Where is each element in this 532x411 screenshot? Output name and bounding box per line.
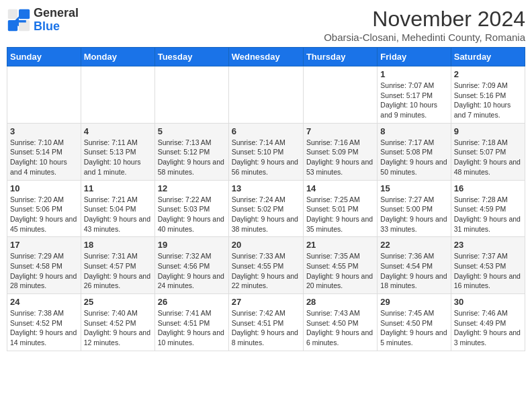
logo: General Blue <box>7 7 79 34</box>
calendar-weekday-header: Thursday <box>303 48 377 66</box>
calendar-cell: 4Sunrise: 7:11 AM Sunset: 5:13 PM Daylig… <box>81 123 154 180</box>
calendar-cell: 20Sunrise: 7:33 AM Sunset: 4:55 PM Dayli… <box>228 237 303 294</box>
day-info: Sunrise: 7:41 AM Sunset: 4:51 PM Dayligh… <box>158 308 226 348</box>
day-number: 27 <box>232 297 300 307</box>
day-number: 3 <box>10 126 78 136</box>
calendar-cell: 2Sunrise: 7:09 AM Sunset: 5:16 PM Daylig… <box>451 66 525 124</box>
day-info: Sunrise: 7:36 AM Sunset: 4:54 PM Dayligh… <box>380 251 447 291</box>
calendar-weekday-header: Friday <box>378 48 451 66</box>
logo-icon <box>7 8 31 32</box>
calendar-cell: 6Sunrise: 7:14 AM Sunset: 5:10 PM Daylig… <box>228 123 303 180</box>
calendar-cell: 18Sunrise: 7:31 AM Sunset: 4:57 PM Dayli… <box>81 237 154 294</box>
day-number: 23 <box>454 240 522 250</box>
day-info: Sunrise: 7:27 AM Sunset: 5:00 PM Dayligh… <box>380 195 447 234</box>
day-number: 4 <box>84 126 152 136</box>
calendar-cell: 29Sunrise: 7:45 AM Sunset: 4:50 PM Dayli… <box>378 294 451 351</box>
calendar-table: SundayMondayTuesdayWednesdayThursdayFrid… <box>7 47 525 351</box>
calendar-cell: 13Sunrise: 7:24 AM Sunset: 5:02 PM Dayli… <box>228 180 303 237</box>
day-info: Sunrise: 7:37 AM Sunset: 4:53 PM Dayligh… <box>454 251 522 291</box>
calendar-week-row: 1Sunrise: 7:07 AM Sunset: 5:17 PM Daylig… <box>7 66 525 124</box>
day-number: 24 <box>10 297 78 307</box>
day-info: Sunrise: 7:24 AM Sunset: 5:02 PM Dayligh… <box>232 195 300 234</box>
day-info: Sunrise: 7:33 AM Sunset: 4:55 PM Dayligh… <box>232 251 300 291</box>
day-info: Sunrise: 7:22 AM Sunset: 5:03 PM Dayligh… <box>158 195 226 234</box>
page-header: General Blue November 2024 Obarsia-Closa… <box>7 7 525 43</box>
day-info: Sunrise: 7:10 AM Sunset: 5:14 PM Dayligh… <box>10 138 78 177</box>
calendar-weekday-header: Wednesday <box>228 48 303 66</box>
calendar-cell: 5Sunrise: 7:13 AM Sunset: 5:12 PM Daylig… <box>154 123 228 180</box>
calendar-cell <box>81 66 154 124</box>
location-subtitle: Obarsia-Closani, Mehedinti County, Roman… <box>324 32 525 43</box>
calendar-week-row: 17Sunrise: 7:29 AM Sunset: 4:58 PM Dayli… <box>7 237 525 294</box>
day-number: 25 <box>84 297 152 307</box>
day-number: 10 <box>10 183 78 193</box>
day-number: 6 <box>232 126 300 136</box>
day-info: Sunrise: 7:16 AM Sunset: 5:09 PM Dayligh… <box>306 138 374 177</box>
day-info: Sunrise: 7:43 AM Sunset: 4:50 PM Dayligh… <box>306 308 374 348</box>
day-info: Sunrise: 7:18 AM Sunset: 5:07 PM Dayligh… <box>454 138 522 177</box>
calendar-cell: 24Sunrise: 7:38 AM Sunset: 4:52 PM Dayli… <box>7 294 81 351</box>
day-number: 12 <box>158 183 226 193</box>
calendar-cell: 25Sunrise: 7:40 AM Sunset: 4:52 PM Dayli… <box>81 294 154 351</box>
day-info: Sunrise: 7:25 AM Sunset: 5:01 PM Dayligh… <box>306 195 374 234</box>
title-area: November 2024 Obarsia-Closani, Mehedinti… <box>324 7 525 43</box>
calendar-cell: 26Sunrise: 7:41 AM Sunset: 4:51 PM Dayli… <box>154 294 228 351</box>
calendar-weekday-header: Sunday <box>7 48 81 66</box>
day-info: Sunrise: 7:38 AM Sunset: 4:52 PM Dayligh… <box>10 308 78 348</box>
day-number: 16 <box>454 183 522 193</box>
day-number: 5 <box>158 126 226 136</box>
calendar-cell: 10Sunrise: 7:20 AM Sunset: 5:06 PM Dayli… <box>7 180 81 237</box>
calendar-cell <box>228 66 303 124</box>
calendar-cell: 23Sunrise: 7:37 AM Sunset: 4:53 PM Dayli… <box>451 237 525 294</box>
calendar-cell <box>303 66 377 124</box>
day-info: Sunrise: 7:17 AM Sunset: 5:08 PM Dayligh… <box>380 138 447 177</box>
svg-rect-2 <box>19 9 30 19</box>
day-number: 20 <box>232 240 300 250</box>
month-title: November 2024 <box>324 7 525 32</box>
day-info: Sunrise: 7:40 AM Sunset: 4:52 PM Dayligh… <box>84 308 152 348</box>
calendar-week-row: 10Sunrise: 7:20 AM Sunset: 5:06 PM Dayli… <box>7 180 525 237</box>
svg-rect-1 <box>8 9 17 19</box>
calendar-weekday-header: Tuesday <box>154 48 228 66</box>
day-number: 19 <box>158 240 226 250</box>
day-number: 7 <box>306 126 374 136</box>
day-number: 26 <box>158 297 226 307</box>
calendar-cell <box>154 66 228 124</box>
calendar-cell: 21Sunrise: 7:35 AM Sunset: 4:55 PM Dayli… <box>303 237 377 294</box>
calendar-cell: 3Sunrise: 7:10 AM Sunset: 5:14 PM Daylig… <box>7 123 81 180</box>
calendar-weekday-header: Monday <box>81 48 154 66</box>
day-info: Sunrise: 7:45 AM Sunset: 4:50 PM Dayligh… <box>380 308 447 348</box>
calendar-cell: 7Sunrise: 7:16 AM Sunset: 5:09 PM Daylig… <box>303 123 377 180</box>
day-number: 30 <box>454 297 522 307</box>
calendar-weekday-header: Saturday <box>451 48 525 66</box>
day-number: 22 <box>380 240 447 250</box>
calendar-cell: 22Sunrise: 7:36 AM Sunset: 4:54 PM Dayli… <box>378 237 451 294</box>
day-info: Sunrise: 7:29 AM Sunset: 4:58 PM Dayligh… <box>10 251 78 291</box>
day-number: 8 <box>380 126 447 136</box>
day-number: 2 <box>454 69 522 79</box>
calendar-cell: 19Sunrise: 7:32 AM Sunset: 4:56 PM Dayli… <box>154 237 228 294</box>
day-number: 18 <box>84 240 152 250</box>
day-info: Sunrise: 7:14 AM Sunset: 5:10 PM Dayligh… <box>232 138 300 177</box>
day-info: Sunrise: 7:13 AM Sunset: 5:12 PM Dayligh… <box>158 138 226 177</box>
day-number: 29 <box>380 297 447 307</box>
calendar-cell: 17Sunrise: 7:29 AM Sunset: 4:58 PM Dayli… <box>7 237 81 294</box>
calendar-cell: 14Sunrise: 7:25 AM Sunset: 5:01 PM Dayli… <box>303 180 377 237</box>
day-info: Sunrise: 7:20 AM Sunset: 5:06 PM Dayligh… <box>10 195 78 234</box>
day-info: Sunrise: 7:07 AM Sunset: 5:17 PM Dayligh… <box>380 81 447 120</box>
day-number: 11 <box>84 183 152 193</box>
calendar-cell: 15Sunrise: 7:27 AM Sunset: 5:00 PM Dayli… <box>378 180 451 237</box>
calendar-cell <box>7 66 81 124</box>
day-info: Sunrise: 7:42 AM Sunset: 4:51 PM Dayligh… <box>232 308 300 348</box>
calendar-cell: 28Sunrise: 7:43 AM Sunset: 4:50 PM Dayli… <box>303 294 377 351</box>
day-number: 13 <box>232 183 300 193</box>
day-info: Sunrise: 7:11 AM Sunset: 5:13 PM Dayligh… <box>84 138 152 177</box>
calendar-cell: 16Sunrise: 7:28 AM Sunset: 4:59 PM Dayli… <box>451 180 525 237</box>
calendar-cell: 27Sunrise: 7:42 AM Sunset: 4:51 PM Dayli… <box>228 294 303 351</box>
calendar-cell: 12Sunrise: 7:22 AM Sunset: 5:03 PM Dayli… <box>154 180 228 237</box>
calendar-cell: 1Sunrise: 7:07 AM Sunset: 5:17 PM Daylig… <box>378 66 451 124</box>
day-info: Sunrise: 7:31 AM Sunset: 4:57 PM Dayligh… <box>84 251 152 291</box>
day-info: Sunrise: 7:32 AM Sunset: 4:56 PM Dayligh… <box>158 251 226 291</box>
day-number: 28 <box>306 297 374 307</box>
day-info: Sunrise: 7:35 AM Sunset: 4:55 PM Dayligh… <box>306 251 374 291</box>
